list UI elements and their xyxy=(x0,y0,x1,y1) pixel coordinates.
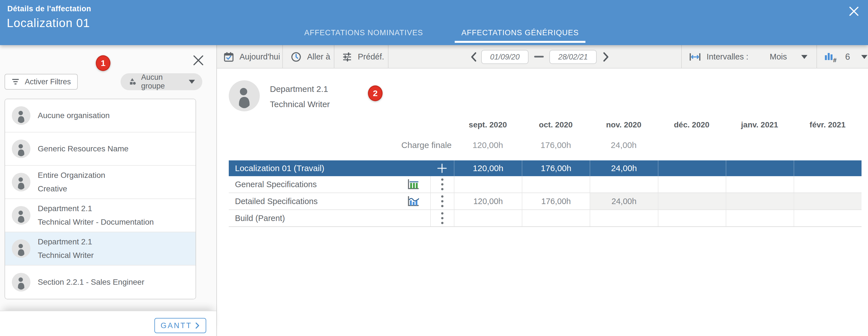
effort-cell[interactable] xyxy=(794,176,862,192)
intervals-dropdown[interactable]: Intervalles : Mois xyxy=(689,45,810,68)
charge-finale-value: 24,00h xyxy=(590,139,657,151)
resource-name: Department 2.1 xyxy=(270,84,328,94)
add-assignment-button[interactable] xyxy=(430,160,454,176)
chevron-left-icon[interactable] xyxy=(470,52,477,62)
task-menu-button[interactable] xyxy=(430,193,454,209)
effort-cell[interactable] xyxy=(522,176,590,192)
close-icon[interactable] xyxy=(848,6,860,17)
group-dropdown[interactable]: Aucun groupe xyxy=(121,73,202,90)
resource-list-item[interactable]: Entire OrganizationCreative xyxy=(5,166,195,199)
filter-button-label: Activer Filtres xyxy=(25,78,71,86)
divider xyxy=(681,45,682,68)
group-dropdown-value: Aucun groupe xyxy=(141,73,184,90)
task-name: Detailed Specifications xyxy=(235,197,317,206)
chevron-right-icon[interactable] xyxy=(602,52,610,62)
kebab-menu-icon xyxy=(441,195,443,207)
tab-affectations-generiques[interactable]: AFFECTATIONS GÉNÉRIQUES xyxy=(455,28,585,45)
resource-item-text: Department 2.1Technical Writer - Documen… xyxy=(38,204,154,226)
divider xyxy=(388,45,389,68)
resource-list-item[interactable]: Department 2.1Technical Writer xyxy=(5,232,195,266)
chevron-right-icon xyxy=(195,322,200,329)
month-header: nov. 2020 xyxy=(590,119,657,131)
annotation-badge-1: 1 xyxy=(96,55,111,71)
avatar xyxy=(12,173,30,191)
month-header: févr. 2021 xyxy=(794,119,862,131)
resource-item-text: Generic Resources Name xyxy=(38,144,128,153)
project-total-cell: 24,00h xyxy=(590,160,657,176)
line-chart-blue-icon[interactable] xyxy=(407,195,420,207)
banner: Détails de l'affectation Localization 01… xyxy=(0,0,868,45)
resource-item-line1: Department 2.1 xyxy=(38,204,154,213)
avatar xyxy=(12,273,30,292)
resource-list-item[interactable]: Aucune organisation xyxy=(5,99,195,132)
effort-cell[interactable] xyxy=(454,210,522,226)
task-menu-button[interactable] xyxy=(430,176,454,192)
tab-affectations-nominatives[interactable]: AFFECTATIONS NOMINATIVES xyxy=(298,28,429,45)
goto-button[interactable]: Aller à xyxy=(291,45,330,68)
task-name: Build (Parent) xyxy=(235,214,285,223)
resource-item-line1: Entire Organization xyxy=(38,171,105,180)
effort-cell[interactable]: 120,00h xyxy=(454,193,522,209)
goto-button-label: Aller à xyxy=(307,52,330,61)
charge-finale-value xyxy=(794,139,862,151)
divider xyxy=(334,45,334,68)
presets-button[interactable]: Prédéf. xyxy=(342,45,384,68)
kebab-menu-icon xyxy=(441,178,443,190)
activate-filters-button[interactable]: Activer Filtres xyxy=(4,74,78,90)
task-name-cell: Build (Parent) xyxy=(229,210,430,226)
task-row: General Specifications xyxy=(229,176,862,193)
task-name: General Specifications xyxy=(235,180,317,189)
effort-cell[interactable] xyxy=(794,210,862,226)
page-title: Localization 01 xyxy=(7,17,90,30)
effort-cell[interactable] xyxy=(726,210,794,226)
sidebar-close-icon[interactable] xyxy=(192,54,205,66)
resource-item-line1: Aucune organisation xyxy=(38,111,110,120)
effort-cell[interactable] xyxy=(454,176,522,192)
date-to-input[interactable] xyxy=(549,50,597,64)
today-button[interactable]: Aujourd'hui xyxy=(224,45,280,68)
effort-cell[interactable] xyxy=(658,176,726,192)
effort-cell[interactable]: 176,00h xyxy=(522,193,590,209)
resource-list-item[interactable]: Section 2.2.1 - Sales Engineer xyxy=(5,266,195,299)
resource-item-line1: Section 2.2.1 - Sales Engineer xyxy=(38,278,144,287)
project-name: Localization 01 (Travail) xyxy=(229,160,430,176)
gantt-button[interactable]: GANTT xyxy=(154,318,206,333)
project-total-cell xyxy=(658,160,726,176)
effort-cell[interactable] xyxy=(590,210,657,226)
kebab-menu-icon xyxy=(441,212,443,224)
group-icon xyxy=(128,77,137,87)
effort-cell: 24,00h xyxy=(590,193,657,209)
bar-chart-green-icon[interactable] xyxy=(407,179,420,190)
resource-list-item[interactable]: Department 2.1Technical Writer - Documen… xyxy=(5,199,195,232)
charge-finale-value: 120,00h xyxy=(454,139,522,151)
effort-cell xyxy=(794,193,862,209)
resource-card: Department 2.1 Technical Writer xyxy=(229,80,260,113)
svg-text:#: # xyxy=(833,57,836,62)
project-header-row: Localization 01 (Travail) 120,00h176,00h… xyxy=(229,160,862,176)
annotation-badge-2: 2 xyxy=(368,85,382,101)
charge-finale-value xyxy=(726,139,794,151)
effort-cell[interactable] xyxy=(522,210,590,226)
project-total-cell: 120,00h xyxy=(454,160,522,176)
task-row: Detailed Specifications 120,00h176,00h24… xyxy=(229,193,862,210)
resource-list: Aucune organisation Generic Resources Na… xyxy=(4,99,196,299)
task-menu-button[interactable] xyxy=(430,210,454,226)
avatar xyxy=(12,106,30,125)
effort-cell[interactable] xyxy=(590,176,657,192)
charge-finale-label: Charge finale xyxy=(229,139,454,151)
avatar xyxy=(229,80,260,111)
project-total-cell xyxy=(794,160,862,176)
resource-item-text: Entire OrganizationCreative xyxy=(38,171,105,193)
chevron-down-icon xyxy=(861,55,867,59)
effort-cell[interactable] xyxy=(726,176,794,192)
columns-count-dropdown[interactable]: # 6 xyxy=(824,45,867,68)
task-row: Build (Parent) xyxy=(229,210,862,227)
date-from-input[interactable] xyxy=(481,50,529,64)
presets-button-label: Prédéf. xyxy=(358,52,384,61)
effort-cell[interactable] xyxy=(658,210,726,226)
clock-icon xyxy=(291,52,302,62)
divider xyxy=(282,45,283,68)
resource-list-item[interactable]: Generic Resources Name xyxy=(5,132,195,166)
date-range-dash xyxy=(534,56,544,58)
intervals-icon xyxy=(689,53,701,61)
